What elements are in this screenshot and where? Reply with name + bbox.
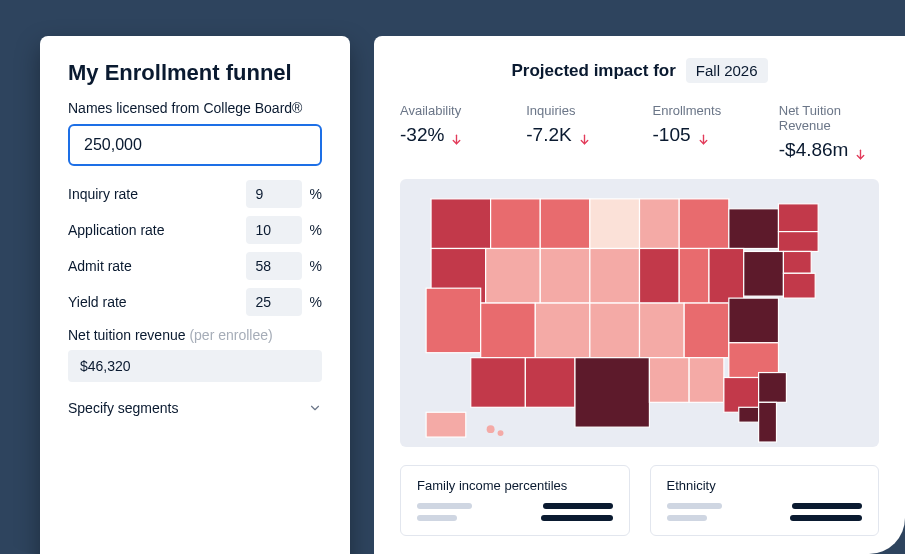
svg-rect-23 [426, 288, 481, 353]
metric-availability: Availability -32% [400, 103, 500, 161]
metric-value: -105 [653, 124, 691, 146]
svg-rect-6 [540, 199, 590, 249]
metrics-row: Availability -32% Inquiries -7.2K Enroll… [400, 103, 905, 161]
names-licensed-label: Names licensed from College Board® [68, 100, 322, 116]
application-rate-row: Application rate 10 % [68, 216, 322, 244]
application-rate-input[interactable]: 10 [246, 216, 302, 244]
svg-rect-14 [486, 248, 541, 303]
percent-suffix: % [310, 258, 322, 274]
arrow-down-icon [578, 129, 591, 142]
percent-suffix: % [310, 222, 322, 238]
metric-revenue: Net Tuition Revenue -$4.86m [779, 103, 879, 161]
svg-rect-26 [590, 303, 640, 358]
metric-enrollments: Enrollments -105 [653, 103, 753, 161]
svg-rect-8 [640, 199, 680, 249]
svg-rect-28 [684, 303, 729, 358]
svg-rect-35 [689, 358, 724, 403]
metric-label: Net Tuition Revenue [779, 103, 879, 133]
admit-rate-input[interactable]: 58 [246, 252, 302, 280]
admit-rate-row: Admit rate 58 % [68, 252, 322, 280]
svg-rect-12 [778, 232, 818, 252]
yield-rate-input[interactable]: 25 [246, 288, 302, 316]
svg-rect-17 [640, 248, 680, 303]
rate-label: Inquiry rate [68, 186, 138, 202]
svg-rect-33 [575, 358, 649, 427]
inquiry-rate-row: Inquiry rate 9 % [68, 180, 322, 208]
panel-title: Projected impact for Fall 2026 [400, 58, 905, 83]
income-percentiles-card[interactable]: Family income percentiles [400, 465, 630, 536]
metric-label: Availability [400, 103, 500, 118]
svg-rect-4 [431, 199, 491, 249]
subcard-title: Family income percentiles [417, 478, 613, 493]
enrollment-funnel-card: My Enrollment funnel Names licensed from… [40, 36, 350, 554]
rate-label: Yield rate [68, 294, 127, 310]
ethnicity-card[interactable]: Ethnicity [650, 465, 880, 536]
svg-rect-25 [535, 303, 590, 358]
metric-value: -7.2K [526, 124, 571, 146]
svg-rect-29 [729, 298, 779, 343]
rate-label: Admit rate [68, 258, 132, 274]
svg-rect-16 [590, 248, 640, 303]
svg-rect-20 [744, 251, 784, 296]
svg-rect-32 [525, 358, 575, 408]
svg-rect-34 [649, 358, 689, 403]
panel-title-text: Projected impact for [511, 61, 675, 81]
net-tuition-hint: (per enrollee) [189, 327, 272, 343]
metric-inquiries: Inquiries -7.2K [526, 103, 626, 161]
svg-rect-9 [679, 199, 729, 249]
arrow-down-icon [697, 129, 710, 142]
subcard-title: Ethnicity [667, 478, 863, 493]
percent-suffix: % [310, 186, 322, 202]
period-selector[interactable]: Fall 2026 [686, 58, 768, 83]
metric-label: Enrollments [653, 103, 753, 118]
svg-rect-22 [783, 273, 815, 298]
net-tuition-label: Net tuition revenue [68, 327, 189, 343]
svg-rect-7 [590, 199, 640, 249]
net-tuition-input[interactable]: $46,320 [68, 350, 322, 382]
svg-point-41 [487, 425, 495, 433]
svg-rect-18 [679, 248, 709, 303]
us-choropleth-map[interactable] [400, 179, 879, 447]
metric-value: -32% [400, 124, 444, 146]
percent-suffix: % [310, 294, 322, 310]
metric-value: -$4.86m [779, 139, 849, 161]
rate-label: Application rate [68, 222, 165, 238]
card-title: My Enrollment funnel [68, 60, 322, 86]
svg-rect-40 [426, 412, 466, 437]
svg-rect-27 [640, 303, 685, 358]
svg-rect-11 [778, 204, 818, 232]
yield-rate-row: Yield rate 25 % [68, 288, 322, 316]
svg-rect-15 [540, 248, 590, 303]
names-licensed-input[interactable] [68, 124, 322, 166]
svg-rect-10 [729, 209, 779, 249]
chevron-down-icon [308, 401, 322, 415]
metric-label: Inquiries [526, 103, 626, 118]
arrow-down-icon [854, 144, 867, 157]
svg-rect-37 [759, 373, 787, 403]
svg-rect-31 [471, 358, 526, 408]
arrow-down-icon [450, 129, 463, 142]
inquiry-rate-input[interactable]: 9 [246, 180, 302, 208]
svg-rect-19 [709, 248, 744, 303]
svg-rect-24 [481, 303, 536, 358]
svg-rect-5 [491, 199, 541, 249]
specify-segments-label: Specify segments [68, 400, 179, 416]
svg-rect-39 [759, 402, 777, 442]
projected-impact-panel: Projected impact for Fall 2026 Availabil… [374, 36, 905, 554]
specify-segments-toggle[interactable]: Specify segments [68, 396, 322, 416]
svg-rect-21 [783, 251, 811, 273]
svg-point-42 [498, 430, 504, 436]
